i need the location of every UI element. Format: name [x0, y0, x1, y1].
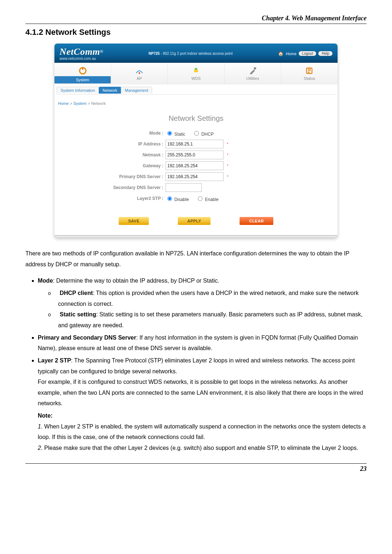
input-gateway[interactable]: [166, 161, 224, 170]
svg-point-2: [139, 72, 140, 74]
admin-screenshot: NetComm® www.netcomm.com.au NP725 - 802.…: [54, 44, 338, 237]
network-form: Mode : Static DHCP IP Address : * Netmas…: [76, 128, 250, 203]
page-number: 23: [25, 463, 367, 473]
note-2: 2. Please make sure that the other Layer…: [38, 443, 367, 454]
label-layer2-stp: Layer2 STP :: [76, 196, 166, 201]
stp-disable-option[interactable]: Disable: [166, 195, 189, 202]
row-mode: Mode : Static DHCP: [76, 128, 250, 138]
static-text: : Static setting is to set these paramet…: [58, 311, 363, 328]
radio-stp-enable[interactable]: [198, 196, 203, 201]
svg-rect-3: [194, 69, 198, 73]
radio-mode-dhcp[interactable]: [194, 131, 199, 136]
dhcp-text: : This option is provided when the users…: [58, 290, 359, 307]
panel-title: Network Settings: [54, 114, 338, 123]
home-link[interactable]: Home: [286, 52, 296, 56]
input-netmask[interactable]: [166, 151, 224, 159]
radio-mode-static[interactable]: [167, 131, 172, 136]
stp-text2: For example, if it is configured to cons…: [38, 377, 367, 409]
bullet-static-setting: Static setting: Static setting is to set…: [58, 309, 367, 331]
svg-rect-1: [82, 67, 83, 70]
stp-enable-option[interactable]: Enable: [196, 195, 219, 202]
dhcp-bold: DHCP client: [60, 290, 93, 296]
note1-num: 1: [38, 423, 41, 430]
row-ip-address: IP Address : *: [76, 139, 250, 149]
tab-ap[interactable]: AP: [111, 63, 167, 85]
crumb-sep1: >: [69, 101, 73, 106]
brand-url: www.netcomm.com.au: [60, 57, 103, 61]
bullet-mode: Mode: Determine the way to obtain the IP…: [38, 275, 367, 331]
ap-icon: [135, 66, 144, 75]
tab-status-label: Status: [281, 76, 338, 82]
row-gateway: Gateway : *: [76, 161, 250, 171]
row-netmask: Netmask : *: [76, 150, 250, 160]
label-mode: Mode :: [76, 131, 166, 136]
row-primary-dns: Primary DNS Server : *: [76, 172, 250, 181]
crumb-sep2: >: [87, 101, 91, 106]
svg-rect-4: [195, 68, 197, 69]
brand-reg: ®: [100, 49, 103, 54]
tab-system[interactable]: System: [54, 63, 111, 85]
home-icon[interactable]: 🏠: [278, 51, 283, 56]
mode-bold: Mode: [38, 278, 53, 284]
status-icon: [305, 66, 314, 75]
mode-dhcp-option[interactable]: DHCP: [192, 130, 213, 137]
input-primary-dns[interactable]: [166, 172, 224, 181]
bullet-dns: Primary and Secondary DNS Server: If any…: [38, 332, 367, 354]
note1-text: . When Layer 2 STP is enabled, the syste…: [38, 423, 366, 440]
subtab-network[interactable]: Network: [99, 87, 121, 94]
tab-wds[interactable]: WDS: [167, 63, 224, 85]
bullet-dhcp-client: DHCP client: This option is provided whe…: [58, 288, 367, 309]
tab-utilities[interactable]: Utilities: [224, 63, 281, 85]
mode-static-text: Static: [174, 132, 185, 137]
note2-num: 2: [38, 445, 41, 451]
required-marker: *: [227, 164, 228, 168]
brand-name: NetComm: [60, 46, 100, 57]
button-row: SAVE APPLY CLEAR: [54, 205, 338, 235]
subtab-system-information[interactable]: System Information: [57, 87, 99, 94]
crumb-system[interactable]: System: [73, 101, 87, 106]
input-ip-address[interactable]: [166, 140, 224, 148]
stp-enable-text: Enable: [205, 197, 219, 202]
mode-text: : Determine the way to obtain the IP add…: [53, 278, 219, 284]
breadcrumb: Home > System > Network: [54, 95, 338, 114]
app-header: NetComm® www.netcomm.com.au NP725 - 802.…: [54, 44, 338, 63]
required-marker: *: [227, 175, 228, 179]
stp-disable-text: Disable: [174, 197, 189, 202]
save-button[interactable]: SAVE: [119, 217, 149, 225]
dns-bold: Primary and Secondary DNS Server: [38, 335, 136, 341]
section-title: 4.1.2 Network Settings: [25, 28, 367, 37]
mode-static-option[interactable]: Static: [166, 130, 185, 137]
tab-system-label: System: [54, 76, 111, 83]
tab-status[interactable]: Status: [281, 63, 338, 85]
note2-text: . Please make sure that the other Layer …: [41, 445, 358, 451]
row-layer2-stp: Layer2 STP : Disable Enable: [76, 194, 250, 203]
crumb-network: Network: [91, 101, 106, 106]
wds-icon: [191, 66, 201, 75]
input-secondary-dns[interactable]: [166, 183, 202, 192]
body-text: There are two methods of IP configuratio…: [25, 248, 367, 453]
clear-button[interactable]: CLEAR: [240, 217, 273, 225]
chapter-header: Chapter 4. Web Management Interface: [25, 15, 367, 24]
sub-nav: System Information Network Management: [54, 85, 338, 94]
help-link[interactable]: Help: [318, 51, 332, 56]
stp-text1: : The Spanning Tree Protocol (STP) elimi…: [38, 357, 355, 374]
svg-point-5: [254, 67, 256, 70]
product-desc-text: - 802.11g 2 port indoor wireless access …: [160, 52, 233, 56]
logout-link[interactable]: Logout: [299, 51, 317, 56]
product-description: NP725 - 802.11g 2 port indoor wireless a…: [103, 52, 278, 56]
required-marker: *: [227, 142, 228, 146]
row-secondary-dns: Secondary DNS Server :: [76, 183, 250, 192]
label-gateway: Gateway :: [76, 163, 166, 168]
intro-paragraph: There are two methods of IP configuratio…: [25, 248, 367, 270]
radio-stp-disable[interactable]: [167, 196, 172, 201]
crumb-home[interactable]: Home: [58, 101, 69, 106]
label-ip-address: IP Address :: [76, 141, 166, 147]
stp-bold: Layer 2 STP: [38, 357, 71, 364]
main-nav: System AP WDS Utilities: [54, 63, 338, 85]
apply-button[interactable]: APPLY: [178, 217, 211, 225]
note-block: Note: 1. When Layer 2 STP is enabled, th…: [38, 410, 367, 453]
subtab-management[interactable]: Management: [121, 87, 152, 94]
note-label: Note:: [38, 410, 367, 421]
static-bold: Static setting: [60, 311, 96, 317]
brand: NetComm® www.netcomm.com.au: [60, 46, 103, 61]
